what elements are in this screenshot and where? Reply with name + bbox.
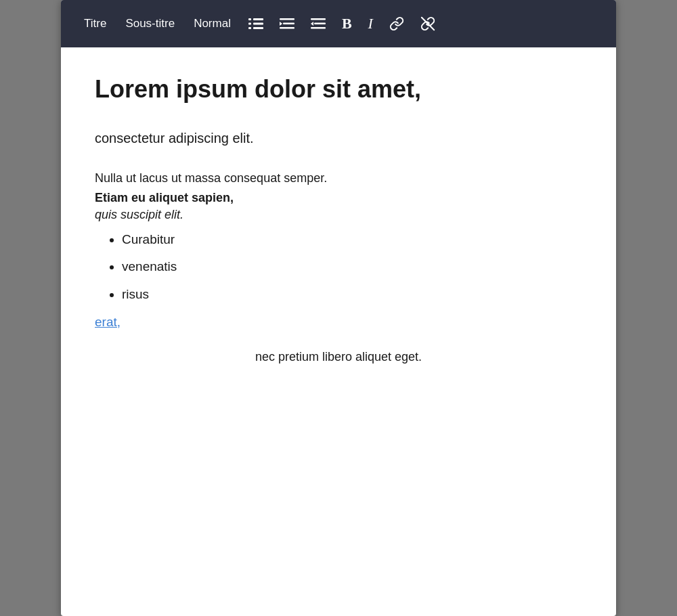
unlink-icon[interactable] [412,11,443,37]
indent-increase-icon[interactable] [271,12,303,35]
toolbar: Titre Sous-titre Normal [61,0,616,47]
line-3: quis suscipit elit. [95,208,582,222]
list-icon[interactable] [240,12,271,35]
bullet-list: Curabitur venenatis risus [95,230,582,305]
list-item: Curabitur [122,230,582,250]
toolbar-sous-titre[interactable]: Sous-titre [116,12,184,36]
list-item: risus [122,285,582,305]
indent-decrease-icon[interactable] [303,12,334,35]
svg-rect-0 [248,18,251,20]
svg-rect-3 [253,23,263,25]
svg-marker-9 [280,22,282,26]
toolbar-titre[interactable]: Titre [74,12,116,36]
bold-icon[interactable]: B [334,9,360,38]
svg-rect-2 [248,23,251,25]
editor-body[interactable]: Lorem ipsum dolor sit amet, consectetur … [61,47,616,616]
svg-rect-6 [280,18,294,20]
toolbar-normal[interactable]: Normal [184,12,240,36]
paragraph-1: consectetur adipiscing elit. [95,128,582,148]
svg-rect-11 [314,23,326,25]
link-icon[interactable] [381,11,412,37]
last-paragraph: nec pretium libero aliquet eget. [95,350,582,364]
link-erat[interactable]: erat, [95,315,582,330]
svg-marker-13 [311,22,313,26]
editor-container: Titre Sous-titre Normal [61,0,616,616]
svg-rect-1 [253,18,263,20]
heading-1: Lorem ipsum dolor sit amet, [95,74,582,104]
italic-icon[interactable]: I [360,9,381,38]
line-2: Etiam eu aliquet sapien, [95,191,582,205]
list-item: venenatis [122,257,582,277]
svg-rect-5 [253,27,263,29]
svg-rect-10 [311,18,326,20]
line-1: Nulla ut lacus ut massa consequat semper… [95,169,582,188]
svg-rect-7 [283,23,294,25]
svg-rect-8 [280,27,294,29]
svg-rect-4 [248,27,251,29]
svg-rect-12 [311,27,326,29]
